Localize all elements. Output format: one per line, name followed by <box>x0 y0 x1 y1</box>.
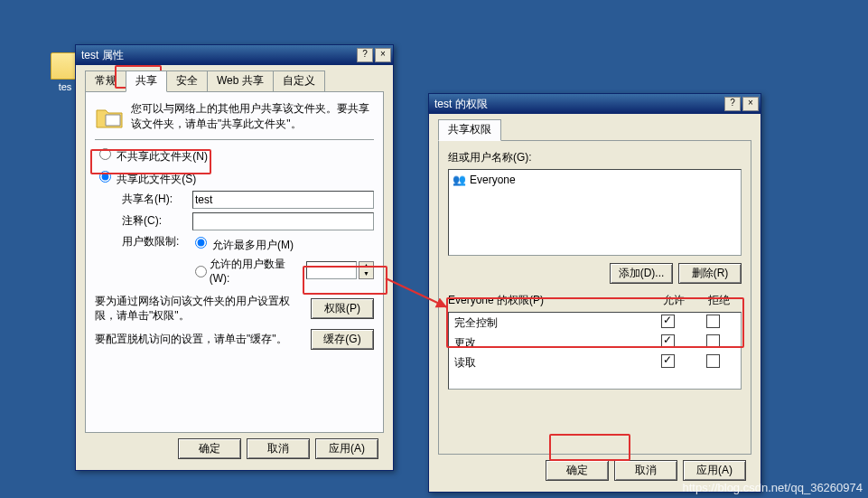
add-button[interactable]: 添加(D)... <box>610 263 673 284</box>
remove-button[interactable]: 删除(R) <box>678 263 742 284</box>
window-title: test 的权限 <box>434 97 488 112</box>
deny-checkbox[interactable] <box>706 334 720 348</box>
allow-checkbox[interactable] <box>661 354 675 368</box>
allow-checkbox[interactable] <box>661 334 675 348</box>
list-item[interactable]: 👥 Everyone <box>453 174 737 186</box>
perm-hint: 要为通过网络访问该文件夹的用户设置权限，请单击"权限"。 <box>95 294 307 324</box>
perm-row: 完全控制 <box>449 313 741 333</box>
hint-text: 您可以与网络上的其他用户共享该文件夹。要共享该文件夹，请单击"共享此文件夹"。 <box>131 101 374 132</box>
close-button[interactable]: × <box>742 97 759 111</box>
titlebar[interactable]: test 的权限 ? × <box>429 94 761 114</box>
watermark: https://blog.csdn.net/qq_36260974 <box>683 481 863 494</box>
sharename-input[interactable] <box>192 191 374 209</box>
group-label: 组或用户名称(G): <box>448 150 742 165</box>
apply-button[interactable]: 应用(A) <box>315 438 378 459</box>
perm-row: 更改 <box>449 333 741 352</box>
radio-maxusers[interactable]: 允许最多用户(M) <box>191 234 374 253</box>
tab-general[interactable]: 常规 <box>85 70 126 91</box>
window-title: test 属性 <box>81 48 124 63</box>
tab-custom[interactable]: 自定义 <box>273 70 325 91</box>
usercount-input[interactable] <box>306 261 357 279</box>
close-button[interactable]: × <box>375 48 391 62</box>
perm-name: 读取 <box>454 355 645 371</box>
help-button[interactable]: ? <box>724 97 741 111</box>
cache-button[interactable]: 缓存(G) <box>311 329 374 350</box>
help-button[interactable]: ? <box>357 48 373 62</box>
ok-button[interactable]: 确定 <box>178 438 241 459</box>
limit-label: 用户数限制: <box>122 234 187 249</box>
apply-button[interactable]: 应用(A) <box>683 460 746 481</box>
perm-for-label: Everyone 的权限(P) <box>448 293 651 308</box>
sharename-label: 共享名(H): <box>122 192 189 207</box>
tab-shareperm[interactable]: 共享权限 <box>438 119 501 141</box>
perm-name: 完全控制 <box>454 315 645 331</box>
tab-security[interactable]: 安全 <box>166 70 208 91</box>
usercount-spinner[interactable]: ▲▼ <box>359 261 374 279</box>
radio-numusers[interactable]: 允许的用户数量(W): ▲▼ <box>191 257 374 285</box>
permissions-button[interactable]: 权限(P) <box>311 298 374 319</box>
radio-noshare[interactable]: 不共享此文件夹(N) <box>95 146 208 164</box>
permissions-list: 完全控制更改读取 <box>448 312 742 390</box>
col-allow: 允许 <box>651 293 696 308</box>
perm-name: 更改 <box>454 335 645 351</box>
tabs: 常规 共享 安全 Web 共享 自定义 <box>85 70 384 92</box>
comment-input[interactable] <box>192 212 374 230</box>
cancel-button[interactable]: 取消 <box>614 460 677 481</box>
tab-webshare[interactable]: Web 共享 <box>207 70 274 91</box>
cache-hint: 要配置脱机访问的设置，请单击"缓存"。 <box>95 332 307 347</box>
share-icon <box>95 101 124 130</box>
users-listbox[interactable]: 👥 Everyone <box>448 169 742 256</box>
ok-button[interactable]: 确定 <box>546 460 609 481</box>
perm-row: 读取 <box>449 352 741 372</box>
properties-window: test 属性 ? × 常规 共享 安全 Web 共享 自定义 您可以与网络上的… <box>75 44 394 471</box>
col-deny: 拒绝 <box>696 293 742 308</box>
deny-checkbox[interactable] <box>706 354 720 368</box>
radio-share[interactable]: 共享此文件夹(S) <box>95 168 196 187</box>
comment-label: 注释(C): <box>122 213 189 229</box>
user-icon: 👥 <box>453 174 466 186</box>
cancel-button[interactable]: 取消 <box>247 438 310 459</box>
permissions-window: test 的权限 ? × 共享权限 组或用户名称(G): 👥 Everyone … <box>428 93 761 493</box>
deny-checkbox[interactable] <box>706 315 720 328</box>
allow-checkbox[interactable] <box>661 315 675 328</box>
titlebar[interactable]: test 属性 ? × <box>76 45 393 65</box>
tab-share[interactable]: 共享 <box>126 70 167 92</box>
